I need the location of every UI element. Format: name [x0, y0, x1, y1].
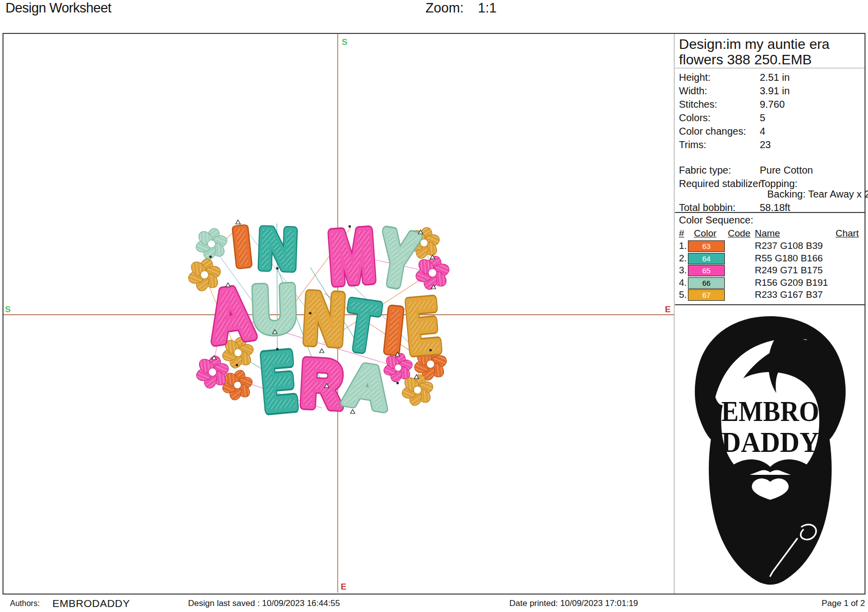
zoom-label: Zoom: [426, 0, 464, 16]
color-sequence-row: 5. 67 R233 G167 B37 [675, 289, 865, 301]
color-index: 3. [679, 265, 687, 276]
authors-value: EMBRODADDY [52, 598, 130, 610]
design-svg: IINNMMYYAAUUNNTTIIEEEERRAA S S E E [3, 34, 674, 593]
color-sequence-row: 2. 64 R55 G180 B166 [675, 253, 865, 264]
start-marker-left: S [5, 305, 10, 314]
date-printed: Date printed: 10/09/2023 17:01:19 [509, 599, 638, 609]
column-header-num: # [679, 228, 684, 239]
fabric-row: Fabric type: Pure Cotton [675, 165, 865, 177]
worksheet-footer: Authors: EMBRODADDY Design last saved : … [0, 595, 868, 612]
color-sequence-row: 3. 65 R249 G71 B175 [675, 265, 865, 276]
design-letter: I [231, 216, 253, 277]
color-sequence-row: 1. 63 R237 G108 B39 [675, 240, 865, 252]
stat-row: Colors: 5 [675, 112, 865, 124]
color-index: 5. [679, 289, 687, 300]
embro-daddy-logo: EMBRO DADDY [688, 313, 853, 591]
page-number: Page 1 of 2 [822, 599, 865, 609]
fabric-value: Backing: Tear Away x 2 [767, 189, 868, 200]
stitch-point-marker [309, 312, 311, 314]
fabric-label: Fabric type: [679, 165, 731, 176]
color-swatch: 67 [688, 289, 725, 301]
end-marker-right: E [665, 305, 670, 314]
fabric-label: Required stabilizer: [679, 178, 764, 190]
stat-value: 4 [760, 126, 765, 137]
design-last-saved: Design last saved : 10/09/2023 16:44:55 [188, 599, 340, 609]
stat-row: Color changes: 4 [675, 126, 865, 138]
end-marker-bottom: E [341, 582, 346, 592]
zoom-value: 1:1 [478, 0, 497, 16]
stat-label: Height: [679, 72, 710, 83]
color-swatch: 66 [688, 277, 725, 289]
color-sequence-title: Color Sequence: [679, 214, 753, 226]
color-sequence-section: Color Sequence: #ColorCodeNameChart 1. 6… [675, 212, 865, 305]
info-panel: Design:im my auntie era flowers 388 250.… [675, 34, 865, 594]
fabric-value: Pure Cotton [760, 165, 813, 176]
stat-label: Width: [679, 85, 707, 97]
design-canvas: IINNMMYYAAUUNNTTIIEEEERRAA S S E E [3, 34, 674, 594]
fabric-row: Backing: Tear Away x 2 [675, 189, 865, 201]
color-rgb-name: R237 G108 B39 [755, 240, 823, 251]
design-letter: A [205, 273, 257, 357]
stat-value: 5 [760, 112, 765, 124]
worksheet-header: Design Worksheet Zoom: 1:1 [0, 0, 868, 33]
stat-row: Stitches: 9.760 [675, 99, 865, 111]
stitch-point-marker [276, 267, 278, 269]
stat-label: Colors: [679, 112, 710, 124]
worksheet-sheet: IINNMMYYAAUUNNTTIIEEEERRAA S S E E Desig… [2, 33, 866, 595]
color-index: 4. [679, 277, 687, 288]
stat-label: Trims: [679, 139, 706, 151]
color-swatch: 64 [688, 253, 725, 264]
fabric-value: Topping: [760, 178, 798, 190]
column-header-color: Color [694, 228, 716, 239]
column-header-name: Name [755, 228, 780, 239]
design-letter: E [258, 337, 298, 426]
color-sequence-row: 4. 66 R156 G209 B191 [675, 277, 865, 289]
design-letter: U [252, 273, 297, 346]
stat-value: 2.51 in [760, 72, 790, 83]
brand-logo: EMBRO DADDY [688, 313, 853, 591]
stat-value: 9.760 [760, 99, 785, 110]
stitch-point-marker [236, 364, 238, 366]
stat-row: Width: 3.91 in [675, 85, 865, 97]
color-index: 1. [679, 240, 687, 251]
design-name-line1: Design:im my auntie era [679, 36, 861, 52]
design-letter: A [341, 352, 394, 421]
design-name-line2: flowers 388 250.EMB [679, 52, 861, 67]
color-rgb-name: R233 G167 B37 [755, 289, 823, 300]
column-header-code: Code [728, 228, 750, 239]
color-swatch: 63 [688, 240, 725, 252]
authors-label: Authors: [10, 599, 40, 608]
stitch-point-marker [349, 225, 351, 227]
page-title: Design Worksheet [5, 0, 111, 16]
color-rgb-name: R156 G209 B191 [755, 277, 828, 288]
column-header-chart: Chart [836, 228, 859, 239]
stat-value: 3.91 in [760, 85, 790, 97]
stitch-point-marker [210, 256, 212, 258]
design-letter: R [299, 347, 344, 421]
stitch-point-marker [430, 349, 432, 351]
stitch-point-marker [276, 348, 278, 350]
embroidery-design: IINNMMYYAAUUNNTTIIEEEERRAA [184, 214, 454, 426]
color-rgb-name: R55 G180 B166 [755, 253, 823, 264]
start-marker-top: S [342, 37, 347, 47]
color-rgb-name: R249 G71 B175 [755, 265, 823, 276]
stitch-point-marker [397, 382, 399, 384]
design-name: Design:im my auntie era flowers 388 250.… [675, 34, 865, 68]
stat-row: Trims: 23 [675, 139, 865, 151]
stat-label: Color changes: [679, 126, 746, 137]
stat-row: Height: 2.51 in [675, 72, 865, 84]
color-index: 2. [679, 253, 687, 264]
stat-value: 23 [760, 139, 771, 151]
stat-label: Stitches: [679, 99, 717, 110]
logo-word-daddy: DADDY [721, 426, 819, 458]
logo-word-embro: EMBRO [721, 395, 819, 427]
color-swatch: 65 [688, 265, 725, 276]
design-letter: N [257, 217, 298, 281]
design-letter: E [404, 284, 442, 368]
